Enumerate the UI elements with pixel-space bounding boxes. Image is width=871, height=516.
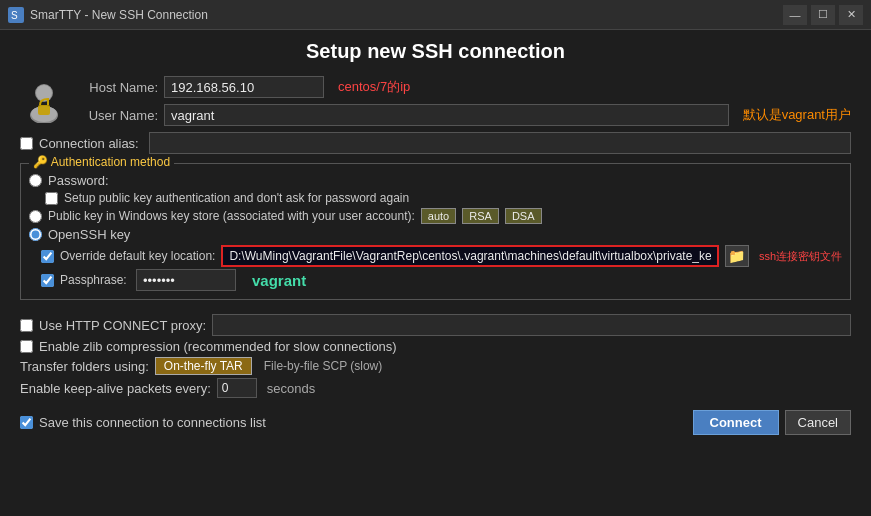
zlib-checkbox[interactable] — [20, 340, 33, 353]
app-icon: S — [8, 7, 24, 23]
hostname-input[interactable] — [164, 76, 324, 98]
openssh-label: OpenSSH key — [48, 227, 130, 242]
title-bar: S SmarTTY - New SSH Connection — ☐ ✕ — [0, 0, 871, 30]
passphrase-annotation: vagrant — [252, 272, 306, 289]
rsa-button[interactable]: RSA — [462, 208, 499, 224]
connect-button[interactable]: Connect — [693, 410, 779, 435]
transfer-row: Transfer folders using: On-the-fly TAR F… — [20, 357, 851, 375]
username-input[interactable] — [164, 104, 729, 126]
passphrase-checkbox[interactable] — [41, 274, 54, 287]
override-key-checkbox[interactable] — [41, 250, 54, 263]
zlib-label: Enable zlib compression (recommended for… — [39, 339, 397, 354]
openssh-radio[interactable] — [29, 228, 42, 241]
save-connection-checkbox[interactable] — [20, 416, 33, 429]
username-row: User Name: 默认是vagrant用户 — [78, 103, 851, 127]
main-content: Setup new SSH connection Host Name: — [0, 30, 871, 516]
password-label: Password: — [48, 173, 109, 188]
http-proxy-input[interactable] — [212, 314, 851, 336]
host-annotation: centos/7的ip — [338, 78, 410, 96]
dialog-title: Setup new SSH connection — [20, 40, 851, 63]
fields-section: Host Name: centos/7的ip User Name: 默认是vag… — [78, 75, 851, 127]
maximize-button[interactable]: ☐ — [811, 5, 835, 25]
window-title: SmarTTY - New SSH Connection — [30, 8, 208, 22]
pubkey-windows-option: Public key in Windows key store (associa… — [29, 208, 842, 224]
scp-label: File-by-file SCP (slow) — [264, 359, 382, 373]
zlib-row: Enable zlib compression (recommended for… — [20, 339, 851, 354]
connection-alias-checkbox[interactable] — [20, 137, 33, 150]
connection-alias-label: Connection alias: — [39, 136, 139, 151]
passphrase-label: Passphrase: — [60, 273, 130, 287]
pubkey-windows-label: Public key in Windows key store (associa… — [48, 209, 415, 223]
browse-folder-button[interactable]: 📁 — [725, 245, 749, 267]
passphrase-input[interactable] — [136, 269, 236, 291]
password-radio[interactable] — [29, 174, 42, 187]
auth-section: 🔑 Authentication method Password: Setup … — [20, 163, 851, 300]
cancel-button[interactable]: Cancel — [785, 410, 851, 435]
keepalive-row: Enable keep-alive packets every: seconds — [20, 378, 851, 398]
pubkey-windows-radio[interactable] — [29, 210, 42, 223]
override-key-label: Override default key location: — [60, 249, 215, 263]
bottom-row: Save this connection to connections list… — [20, 410, 851, 435]
minimize-button[interactable]: — — [783, 5, 807, 25]
save-row: Save this connection to connections list — [20, 415, 266, 430]
key-path-input[interactable] — [221, 245, 718, 267]
override-key-row: Override default key location: 📁 ssh连接密钥… — [41, 245, 842, 267]
openssh-section: Override default key location: 📁 ssh连接密钥… — [41, 245, 842, 291]
setup-pubkey-checkbox[interactable] — [45, 192, 58, 205]
keepalive-input[interactable] — [217, 378, 257, 398]
dsa-button[interactable]: DSA — [505, 208, 542, 224]
password-option: Password: — [29, 173, 842, 188]
close-button[interactable]: ✕ — [839, 5, 863, 25]
http-proxy-row: Use HTTP CONNECT proxy: — [20, 314, 851, 336]
http-proxy-checkbox[interactable] — [20, 319, 33, 332]
connection-alias-row: Connection alias: — [20, 131, 851, 155]
user-annotation: 默认是vagrant用户 — [743, 106, 851, 124]
keepalive-label: Enable keep-alive packets every: — [20, 381, 211, 396]
user-avatar-icon — [22, 79, 66, 123]
http-proxy-label: Use HTTP CONNECT proxy: — [39, 318, 206, 333]
host-user-section: Host Name: centos/7的ip User Name: 默认是vag… — [20, 75, 851, 127]
title-bar-controls: — ☐ ✕ — [783, 5, 863, 25]
auth-method-title: 🔑 Authentication method — [29, 155, 174, 169]
seconds-label: seconds — [267, 381, 315, 396]
openssh-option: OpenSSH key — [29, 227, 842, 242]
save-connection-label: Save this connection to connections list — [39, 415, 266, 430]
svg-text:S: S — [11, 10, 18, 21]
form-area: Host Name: centos/7的ip User Name: 默认是vag… — [20, 75, 851, 435]
hostname-row: Host Name: centos/7的ip — [78, 75, 851, 99]
passphrase-row: Passphrase: vagrant — [41, 269, 842, 291]
setup-pubkey-option: Setup public key authentication and don'… — [45, 191, 842, 205]
svg-rect-6 — [38, 105, 50, 115]
avatar-section — [20, 75, 68, 127]
connection-alias-input[interactable] — [149, 132, 851, 154]
hostname-label: Host Name: — [78, 80, 158, 95]
bottom-buttons: Connect Cancel — [693, 410, 851, 435]
setup-pubkey-label: Setup public key authentication and don'… — [64, 191, 409, 205]
username-label: User Name: — [78, 108, 158, 123]
title-bar-left: S SmarTTY - New SSH Connection — [8, 7, 208, 23]
ssh-annotation: ssh连接密钥文件 — [759, 249, 842, 264]
tar-button[interactable]: On-the-fly TAR — [155, 357, 252, 375]
transfer-label: Transfer folders using: — [20, 359, 149, 374]
lower-options: Use HTTP CONNECT proxy: Enable zlib comp… — [20, 314, 851, 398]
auto-button[interactable]: auto — [421, 208, 456, 224]
